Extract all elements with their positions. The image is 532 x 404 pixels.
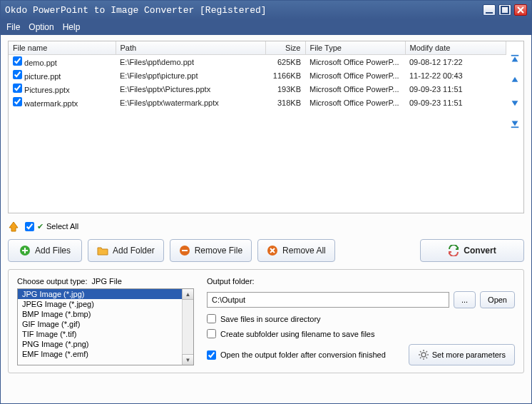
save-source-row[interactable]: Save files in source directory (207, 314, 515, 323)
open-after-row[interactable]: Open the output folder after conversion … (207, 350, 400, 360)
menu-option[interactable]: Option (29, 22, 53, 32)
table-row[interactable]: picture.pptE:\Files\ppt\picture.ppt1166K… (9, 69, 506, 82)
output-type-option[interactable]: BMP Image (*.bmp) (18, 309, 182, 319)
add-folder-label: Add Folder (113, 246, 155, 256)
add-files-label: Add Files (35, 246, 71, 256)
output-type-option[interactable]: GIF Image (*.gif) (18, 319, 182, 329)
col-header-name[interactable]: File name (9, 41, 116, 55)
table-row[interactable]: watermark.pptxE:\Files\pptx\watermark.pp… (9, 96, 506, 109)
table-row[interactable]: Pictures.pptxE:\Files\pptx\Pictures.pptx… (9, 82, 506, 96)
file-checkbox[interactable] (13, 56, 22, 66)
output-type-option[interactable]: TIF Image (*.tif) (18, 329, 182, 339)
file-table: File name Path Size File Type Modify dat… (9, 41, 506, 109)
minimize-icon (484, 4, 495, 16)
window-title: Okdo PowerPoint to Image Converter [Regi… (5, 5, 483, 16)
svg-rect-2 (511, 55, 519, 56)
open-after-label: Open the output folder after conversion … (220, 350, 386, 359)
up-arrow-icon[interactable] (8, 221, 19, 232)
file-checkbox[interactable] (13, 84, 22, 93)
col-header-date[interactable]: Modify date (405, 41, 506, 55)
add-folder-button[interactable]: Add Folder (88, 239, 164, 262)
output-type-listbox[interactable]: JPG Image (*.jpg)JPEG Image (*.jpeg)BMP … (17, 288, 194, 365)
remove-all-label: Remove All (282, 246, 326, 256)
select-all-label: Select All (46, 222, 78, 231)
maximize-button[interactable] (498, 4, 511, 16)
save-source-checkbox[interactable] (207, 314, 216, 323)
output-type-option[interactable]: EMF Image (*.emf) (18, 349, 182, 359)
remove-file-label: Remove File (195, 246, 242, 256)
remove-file-button[interactable]: Remove File (170, 239, 252, 262)
move-bottom-icon[interactable] (509, 118, 521, 128)
listbox-scrollbar[interactable]: ▲ ▼ (182, 289, 193, 365)
open-after-checkbox[interactable] (207, 350, 216, 360)
select-all-checkbox[interactable] (25, 222, 34, 231)
minimize-button[interactable] (483, 4, 496, 16)
subfolder-checkbox[interactable] (207, 329, 216, 338)
file-list-panel: File name Path Size File Type Modify dat… (8, 41, 524, 213)
action-button-row: Add Files Add Folder Remove File Remove … (8, 239, 524, 262)
select-all-checkbox-label[interactable]: ✔ Select All (25, 222, 78, 231)
more-params-button[interactable]: Set more parameters (409, 344, 515, 365)
svg-point-8 (421, 353, 426, 357)
browse-button[interactable]: ... (454, 291, 476, 308)
svg-rect-3 (511, 126, 519, 128)
open-folder-button[interactable]: Open (480, 291, 515, 308)
subfolder-label: Create subfolder using filename to save … (220, 330, 374, 338)
svg-rect-1 (501, 6, 508, 14)
col-header-type[interactable]: File Type (305, 41, 405, 55)
output-type-option[interactable]: JPG Image (*.jpg) (18, 289, 182, 299)
svg-rect-0 (486, 12, 493, 14)
menu-file[interactable]: File (6, 22, 20, 32)
move-down-icon[interactable] (509, 97, 521, 107)
table-row[interactable]: demo.pptE:\Files\ppt\demo.ppt625KBMicros… (9, 55, 506, 69)
maximize-icon (499, 4, 511, 16)
reorder-controls (506, 41, 523, 213)
more-params-label: Set more parameters (432, 350, 506, 359)
menu-bar: File Option Help (1, 19, 531, 35)
folder-icon (97, 245, 108, 256)
app-window: Okdo PowerPoint to Image Converter [Regi… (0, 0, 532, 404)
title-bar: Okdo PowerPoint to Image Converter [Regi… (1, 1, 531, 19)
check-icon: ✔ (37, 222, 44, 231)
plus-icon (19, 245, 31, 256)
output-folder-section: Output folder: ... Open Save files in so… (207, 277, 515, 365)
window-controls (483, 4, 527, 16)
add-files-button[interactable]: Add Files (8, 239, 82, 262)
scroll-down-icon[interactable]: ▼ (182, 354, 194, 365)
output-type-option[interactable]: PNG Image (*.png) (18, 339, 182, 349)
remove-all-icon (267, 245, 278, 256)
minus-icon (179, 245, 190, 256)
output-type-section: Choose output type: JPG File JPG Image (… (17, 277, 194, 365)
close-button[interactable] (514, 4, 527, 16)
save-source-label: Save files in source directory (220, 315, 321, 323)
output-folder-input[interactable] (207, 292, 449, 308)
svg-rect-6 (182, 250, 188, 251)
client-area: File name Path Size File Type Modify dat… (1, 35, 531, 403)
menu-help[interactable]: Help (63, 22, 81, 32)
select-all-row: ✔ Select All (8, 218, 524, 232)
file-checkbox[interactable] (13, 70, 22, 79)
subfolder-row[interactable]: Create subfolder using filename to save … (207, 329, 515, 338)
convert-label: Convert (464, 246, 496, 256)
output-type-option[interactable]: JPEG Image (*.jpeg) (18, 299, 182, 309)
output-folder-label: Output folder: (207, 277, 515, 286)
move-up-icon[interactable] (509, 76, 521, 86)
convert-icon (448, 245, 459, 256)
file-table-area: File name Path Size File Type Modify dat… (9, 41, 506, 213)
scroll-up-icon[interactable]: ▲ (182, 288, 194, 300)
gear-icon (418, 349, 429, 360)
bottom-panel: Choose output type: JPG File JPG Image (… (8, 269, 524, 373)
output-type-current: JPG File (92, 277, 122, 286)
col-header-path[interactable]: Path (116, 41, 265, 55)
file-checkbox[interactable] (13, 97, 22, 106)
close-icon (515, 4, 526, 16)
remove-all-button[interactable]: Remove All (257, 239, 335, 262)
convert-button[interactable]: Convert (420, 239, 524, 262)
output-type-label: Choose output type: JPG File (17, 277, 194, 286)
col-header-size[interactable]: Size (265, 41, 305, 55)
move-top-icon[interactable] (509, 54, 521, 64)
